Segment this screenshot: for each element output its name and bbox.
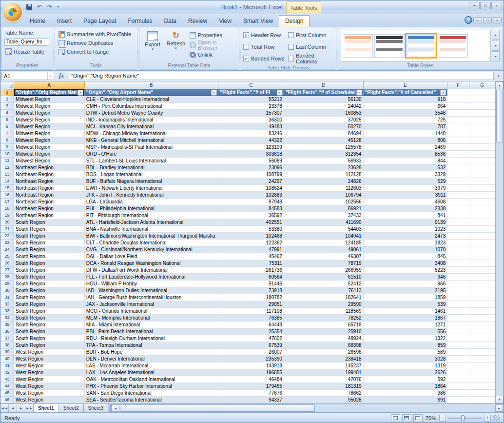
empty-cell[interactable]	[447, 383, 469, 390]
cell[interactable]: EWR - Newark Liberty International	[85, 185, 218, 192]
cell[interactable]: 3329	[364, 171, 448, 178]
empty-cell[interactable]	[447, 240, 469, 246]
row-header-12[interactable]: 12	[0, 164, 14, 171]
filter-dropdown-icon[interactable]: ▼	[440, 90, 446, 96]
vertical-scrollbar-track[interactable]	[496, 143, 504, 396]
row-header-41[interactable]: 41	[0, 363, 14, 369]
column-header-A[interactable]: A	[14, 81, 85, 89]
empty-cell[interactable]	[447, 301, 469, 308]
cell[interactable]: 108624	[218, 185, 284, 192]
vertical-scrollbar[interactable]: ▲ ▼	[495, 81, 504, 403]
row-header-24[interactable]: 24	[0, 246, 14, 253]
horizontal-scrollbar-thumb[interactable]	[120, 404, 315, 412]
tab-formulas[interactable]: Formulas	[122, 16, 158, 27]
row-header-42[interactable]: 42	[0, 369, 14, 376]
cell[interactable]: 97948	[218, 199, 284, 205]
row-header-28[interactable]: 28	[0, 274, 14, 281]
checkbox-banded-rows[interactable]: ✓Banded Rows	[243, 53, 288, 64]
column-header-F[interactable]: F	[447, 81, 469, 89]
cell[interactable]: 3028	[364, 356, 448, 363]
cell[interactable]: Midwest Region	[14, 137, 85, 144]
cell[interactable]: BWI - Baltimore/Washington International…	[85, 233, 218, 240]
cell[interactable]: 45462	[218, 253, 284, 260]
cell[interactable]: CLT - Charlotte Douglas International	[85, 240, 218, 246]
row-header-45[interactable]: 45	[0, 390, 14, 397]
cell[interactable]: MKE - General Mitchell International	[85, 137, 218, 144]
cell[interactable]: 180782	[218, 294, 284, 301]
cell[interactable]: 3911	[364, 192, 448, 199]
cell[interactable]: 37025	[284, 117, 364, 123]
cell[interactable]: BUR - Bob Hope	[85, 349, 218, 356]
row-header-9[interactable]: 9	[0, 144, 14, 151]
row-header-35[interactable]: 35	[0, 322, 14, 328]
cell[interactable]: 106794	[284, 192, 364, 199]
cell[interactable]: ATL - Hartsfield-Jackson Atlanta Interna…	[85, 219, 218, 226]
cell[interactable]: 312354	[284, 151, 364, 158]
cell[interactable]: 9139	[364, 219, 448, 226]
cell[interactable]: 102468	[218, 233, 284, 240]
cell[interactable]: 29590	[284, 301, 364, 308]
cell[interactable]: 24826	[284, 178, 364, 185]
cell[interactable]: 29051	[218, 301, 284, 308]
empty-cell[interactable]	[469, 349, 495, 356]
header-cell[interactable]: "Origin"."Orig Region Name"▼	[14, 89, 85, 96]
tab-design[interactable]: Design	[279, 15, 310, 27]
cell[interactable]: 86921	[284, 205, 364, 212]
row-header-11[interactable]: 11	[0, 158, 14, 164]
row-header-37[interactable]: 37	[0, 335, 14, 342]
empty-cell[interactable]	[447, 281, 469, 287]
cell[interactable]: Midwest Region	[14, 110, 85, 117]
cell[interactable]: South Region	[14, 335, 85, 342]
tab-split-handle[interactable]	[108, 404, 112, 412]
empty-cell[interactable]	[469, 158, 495, 164]
cell[interactable]: BUF - Buffalo Niagara International	[85, 178, 218, 185]
cell[interactable]: South Region	[14, 253, 85, 260]
empty-cell[interactable]	[447, 294, 469, 301]
cell[interactable]: 859	[364, 342, 448, 349]
cell[interactable]: 56130	[284, 96, 364, 103]
close-button[interactable]: ×	[491, 2, 502, 9]
cell[interactable]: 160853	[284, 110, 364, 117]
cell[interactable]: West Region	[14, 369, 85, 376]
cell[interactable]: 68398	[284, 342, 364, 349]
cell[interactable]: West Region	[14, 390, 85, 397]
table-style-swatch-blue-medium[interactable]	[406, 34, 436, 58]
empty-cell[interactable]	[447, 96, 469, 103]
empty-cell[interactable]	[469, 199, 495, 205]
empty-cell[interactable]	[447, 274, 469, 281]
empty-cell[interactable]	[447, 178, 469, 185]
cell[interactable]: 23628	[284, 164, 364, 171]
cell[interactable]: 75311	[218, 260, 284, 267]
cell[interactable]: 1271	[364, 322, 448, 328]
row-header-2[interactable]: 2	[0, 96, 14, 103]
cell[interactable]: 26007	[218, 349, 284, 356]
cell[interactable]: 589	[364, 349, 448, 356]
empty-cell[interactable]	[469, 117, 495, 123]
cell[interactable]: 3546	[364, 110, 448, 117]
empty-cell[interactable]	[469, 260, 495, 267]
empty-cell[interactable]	[469, 205, 495, 212]
column-header-B[interactable]: B	[85, 81, 218, 89]
cell[interactable]: 122362	[218, 240, 284, 246]
horizontal-scrollbar-track[interactable]	[315, 404, 495, 412]
empty-cell[interactable]	[469, 151, 495, 158]
cell[interactable]: DEN - Denver International	[85, 356, 218, 363]
empty-cell[interactable]	[469, 192, 495, 199]
empty-cell[interactable]	[447, 164, 469, 171]
summarize-with-pivottable-button[interactable]: Summarize with PivotTable	[58, 30, 135, 39]
cell[interactable]: 2195	[364, 287, 448, 294]
cell[interactable]: 117108	[218, 308, 284, 315]
cell[interactable]: 84694	[284, 130, 364, 137]
page-layout-view-button[interactable]	[402, 414, 411, 422]
cell[interactable]: 108799	[218, 171, 284, 178]
row-header-27[interactable]: 27	[0, 267, 14, 274]
row-header-46[interactable]: 46	[0, 397, 14, 403]
cell[interactable]: 67539	[218, 342, 284, 349]
checkbox-last-column[interactable]: Last Column	[288, 41, 335, 53]
row-header-33[interactable]: 33	[0, 308, 14, 315]
cell[interactable]: 806	[364, 137, 448, 144]
cell[interactable]: ORD - O'Hare	[85, 151, 218, 158]
refresh-button[interactable]: ↻ Refresh ▾	[165, 30, 187, 61]
remove-duplicates-button[interactable]: Remove Duplicates	[58, 39, 135, 47]
tab-view[interactable]: View	[213, 16, 237, 27]
